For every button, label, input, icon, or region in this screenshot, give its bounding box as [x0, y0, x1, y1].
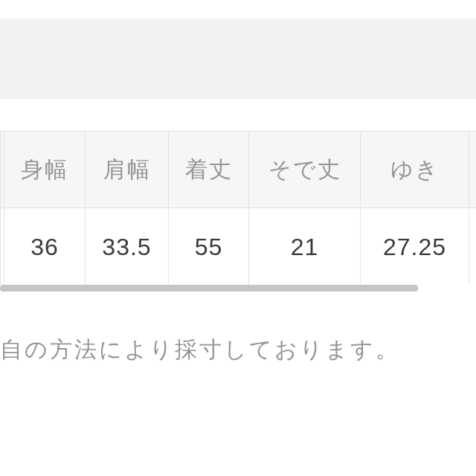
header-cell-mihaba: 身幅	[4, 132, 86, 208]
header-cell-trailing	[469, 132, 477, 208]
value-cell-trailing	[469, 208, 477, 286]
value-cell-mihaba: 36	[4, 208, 86, 286]
header-cell-kitake: 着丈	[169, 132, 249, 208]
value-cell-sodetake: 21	[249, 208, 361, 286]
scrollbar-thumb[interactable]	[0, 285, 418, 292]
measurement-note: 自の方法により採寸しております。	[0, 335, 476, 365]
value-cell-katahaba: 33.5	[86, 208, 169, 286]
table-row: 36 33.5 55 21 27.25	[1, 208, 477, 286]
table-header-row: 身幅 肩幅 着丈 そで丈 ゆき	[1, 132, 477, 208]
measurement-table: 身幅 肩幅 着丈 そで丈 ゆき 36 33.5 55 21 27.25	[0, 131, 476, 286]
header-cell-katahaba: 肩幅	[86, 132, 169, 208]
value-cell-kitake: 55	[169, 208, 249, 286]
header-cell-yuki: ゆき	[361, 132, 469, 208]
size-table: 身幅 肩幅 着丈 そで丈 ゆき 36 33.5 55 21 27.25	[0, 131, 476, 286]
header-band	[0, 19, 476, 99]
header-cell-sodetake: そで丈	[249, 132, 361, 208]
horizontal-scrollbar[interactable]	[0, 285, 476, 292]
value-cell-yuki: 27.25	[361, 208, 469, 286]
